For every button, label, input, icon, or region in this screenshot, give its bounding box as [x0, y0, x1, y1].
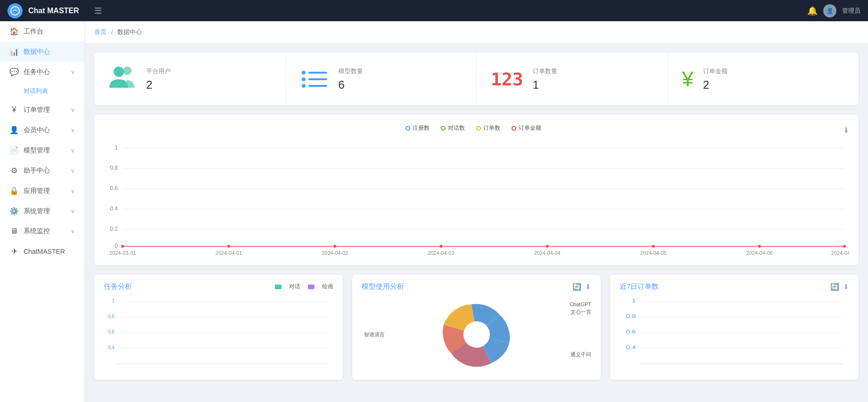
orders-download-icon[interactable]: ⬇ — [843, 283, 849, 291]
svg-text:0.6: 0.6 — [108, 329, 115, 335]
stat-info-orders-count: 订单数量 1 — [533, 67, 557, 92]
sidebar-item-dialog-list[interactable]: 对话列表 — [0, 82, 84, 100]
task-center-icon: 💬 — [9, 67, 19, 76]
order-icon: ¥ — [9, 106, 19, 114]
stats-row: 平台用户 2 — [94, 53, 859, 105]
svg-text:0: 0 — [115, 243, 118, 249]
svg-text:2024-04-05: 2024-04-05 — [640, 250, 667, 256]
stat-info-users: 平台用户 2 — [146, 67, 171, 92]
sidebar-item-app-mgmt[interactable]: 🔒 应用管理 ∨ — [0, 181, 84, 201]
data-center-icon: 📊 — [9, 47, 19, 56]
model-chart-title: 模型使用分析 — [362, 282, 404, 291]
svg-point-22 — [758, 245, 761, 248]
chart-download-icon[interactable]: ⬇ — [843, 126, 849, 135]
sidebar-item-member-center[interactable]: 👤 会员中心 ∨ — [0, 120, 84, 140]
svg-text:1: 1 — [632, 298, 636, 303]
stat-label-orders-count: 订单数量 — [533, 67, 557, 75]
svg-point-17 — [227, 245, 230, 248]
svg-text:0.4: 0.4 — [108, 344, 115, 350]
svg-text:2024-04-06: 2024-04-06 — [746, 250, 773, 256]
sidebar-item-data-center[interactable]: 📊 数据中心 — [0, 42, 84, 62]
legend-order-count: 订单数 — [476, 124, 500, 132]
chevron-down-icon-8: ∨ — [71, 228, 75, 234]
task-legend-dialog — [275, 285, 281, 289]
donut-label-tongyi: 通义千问 — [570, 351, 591, 358]
logo-icon — [8, 3, 23, 18]
avatar: 👤 — [823, 4, 836, 17]
sidebar-item-model-mgmt[interactable]: 📄 模型管理 ∨ — [0, 140, 84, 160]
sidebar-label-app-mgmt: 应用管理 — [24, 187, 50, 195]
svg-point-2 — [123, 67, 132, 75]
main-chart: 注册数 对话数 订单数 订单金额 ⬇ — [94, 115, 859, 265]
stat-card-orders-amount: ¥ 订单金额 2 — [668, 53, 859, 105]
sidebar-item-system-monitor[interactable]: 🖥 系统监控 ∨ — [0, 221, 84, 241]
system-mgmt-icon: ⚙️ — [9, 207, 19, 216]
sidebar-item-workspace[interactable]: 🏠 工作台 — [0, 21, 84, 42]
legend-dot-red — [512, 126, 516, 131]
chevron-down-icon: ∨ — [71, 69, 75, 75]
stat-card-models: 模型数量 6 — [286, 53, 477, 105]
legend-label-order-amount: 订单金额 — [519, 124, 541, 132]
sidebar-label-chatmaster: ChatMASTER — [24, 248, 65, 255]
orders-refresh-icon[interactable]: 🔄 — [830, 283, 839, 291]
svg-point-20 — [546, 245, 549, 248]
sidebar-item-assistant[interactable]: ⚙ 助手中心 ∨ — [0, 160, 84, 181]
task-chart-title: 任务分析 — [104, 282, 132, 291]
stat-card-orders-count: 123 订单数量 1 — [477, 53, 668, 105]
svg-point-0 — [11, 7, 19, 15]
models-icon — [300, 69, 329, 90]
donut-label-zhipu: 智谱清言 — [364, 331, 385, 338]
legend-order-amount: 订单金额 — [512, 124, 541, 132]
stat-value-orders-count: 1 — [533, 78, 557, 92]
sidebar-item-system-mgmt[interactable]: ⚙️ 系统管理 ∨ — [0, 201, 84, 221]
model-download-icon[interactable]: ⬇ — [585, 283, 591, 291]
sidebar-item-order-mgmt[interactable]: ¥ 订单管理 ∨ — [0, 100, 84, 120]
model-chart-title-row: 模型使用分析 🔄 ⬇ — [362, 282, 591, 291]
sidebar-label-model-mgmt: 模型管理 — [24, 146, 50, 155]
legend-registered: 注册数 — [405, 124, 430, 132]
orders-amount-icon: ¥ — [682, 69, 694, 90]
donut-label-chatgpt: ChatGPT — [570, 302, 591, 307]
stat-value-users: 2 — [146, 78, 171, 92]
sidebar-item-task-center[interactable]: 💬 任务中心 ∨ — [0, 62, 84, 82]
donut-chart-area: ChatGPT 文心一言 通义千问 智谱清言 — [362, 297, 591, 372]
svg-text:0.8: 0.8 — [110, 165, 118, 171]
orders-chart-title: 近7日订单数 — [620, 282, 659, 291]
assistant-icon: ⚙ — [9, 166, 19, 175]
breadcrumb: 首页 / 数据中心 — [85, 21, 868, 43]
svg-text:0.6: 0.6 — [110, 185, 118, 192]
header: Chat MASTER ☰ 🔔 👤 管理员 — [0, 0, 868, 21]
chatmaster-icon: ✈ — [9, 247, 19, 256]
sidebar-item-chatmaster[interactable]: ✈ ChatMASTER — [0, 241, 84, 261]
menu-icon[interactable]: ☰ — [94, 6, 102, 16]
svg-text:1: 1 — [112, 298, 115, 303]
model-refresh-icon[interactable]: 🔄 — [572, 283, 581, 291]
bell-icon[interactable]: 🔔 — [807, 6, 818, 16]
system-monitor-icon: 🖥 — [9, 227, 19, 235]
task-bar-chart: 1 0.8 0.6 0.4 — [104, 297, 333, 372]
stat-label-orders-amount: 订单金额 — [703, 67, 727, 75]
breadcrumb-sep: / — [111, 28, 113, 35]
sidebar-label-workspace: 工作台 — [24, 27, 43, 36]
header-right: 🔔 👤 管理员 — [807, 4, 860, 17]
svg-point-19 — [439, 245, 442, 248]
sidebar-label-assistant: 助手中心 — [24, 167, 50, 175]
legend-dot-blue — [405, 126, 410, 131]
svg-point-23 — [843, 245, 846, 248]
users-icon — [108, 64, 137, 94]
orders-chart-actions: 🔄 ⬇ — [830, 283, 849, 291]
breadcrumb-home[interactable]: 首页 — [94, 28, 107, 35]
header-left: Chat MASTER ☰ — [8, 3, 102, 18]
sidebar-label-system-monitor: 系统监控 — [24, 227, 50, 235]
stat-value-models: 6 — [339, 78, 363, 92]
chevron-down-icon-3: ∨ — [71, 127, 75, 134]
svg-text:0.4: 0.4 — [110, 205, 118, 212]
legend-dot-green — [441, 126, 446, 131]
donut-label-wenxin: 文心一言 — [570, 309, 591, 316]
model-icon: 📄 — [9, 146, 19, 155]
orders-chart-title-row: 近7日订单数 🔄 ⬇ — [620, 282, 849, 291]
sidebar-label-task-center: 任务中心 — [24, 68, 50, 76]
svg-point-1 — [114, 67, 124, 77]
orders-bar-chart: 1 0.8 0.6 0.4 — [620, 297, 849, 372]
svg-text:0.8: 0.8 — [626, 313, 636, 319]
